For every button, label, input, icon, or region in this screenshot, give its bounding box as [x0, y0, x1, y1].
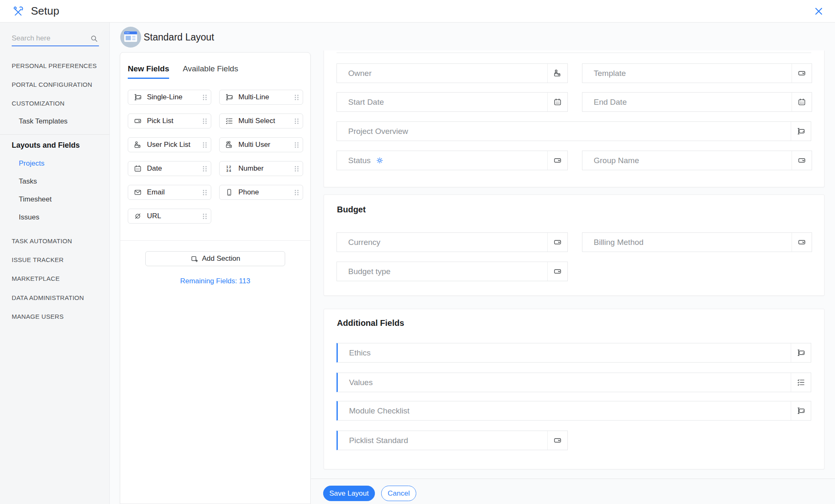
pick-list-icon	[797, 156, 806, 165]
form-field-ethics[interactable]: Ethics	[337, 343, 811, 363]
form-field-picklist-standard[interactable]: Picklist Standard	[337, 431, 568, 450]
sidebar-item-task-templates[interactable]: Task Templates	[19, 117, 68, 126]
search-placeholder: Search here	[12, 34, 51, 43]
pick-list-icon	[134, 117, 142, 125]
drag-handle-icon[interactable]	[295, 142, 299, 148]
drag-handle-icon[interactable]	[203, 214, 207, 219]
single-line-icon	[797, 348, 805, 357]
field-placeholder: Picklist Standard	[349, 436, 408, 445]
field-type-label: Single-Line	[147, 93, 203, 101]
field-type-cell	[547, 64, 567, 83]
field-type-user-pick-list[interactable]: User Pick List	[128, 137, 211, 152]
status-settings-gear-icon[interactable]	[376, 156, 384, 164]
url-icon	[134, 212, 142, 220]
search-icon[interactable]	[90, 35, 98, 43]
field-type-cell	[792, 64, 812, 83]
add-section-button[interactable]: Add Section	[145, 251, 285, 266]
form-field-group-name[interactable]: Group Name	[582, 151, 812, 170]
form-field-billing-method[interactable]: Billing Method	[582, 232, 812, 252]
sidebar-item-marketplace[interactable]: MARKETPLACE	[12, 274, 60, 283]
sidebar-item-issue-tracker[interactable]: ISSUE TRACKER	[12, 255, 64, 265]
field-type-pick-list[interactable]: Pick List	[128, 113, 211, 129]
field-type-phone[interactable]: Phone	[219, 185, 303, 200]
sidebar-item-issues[interactable]: Issues	[19, 213, 39, 222]
field-type-multi-line[interactable]: Multi-Line	[219, 90, 303, 105]
form-field-budget-type[interactable]: Budget type	[337, 262, 568, 281]
svg-text:3: 3	[226, 169, 228, 173]
cancel-button[interactable]: Cancel	[381, 486, 416, 501]
drag-handle-icon[interactable]	[295, 166, 299, 171]
sidebar-item-timesheet[interactable]: Timesheet	[19, 195, 52, 204]
sidebar-item-customization[interactable]: CUSTOMIZATION	[12, 99, 65, 108]
tab-new-fields[interactable]: New Fields	[128, 64, 169, 79]
sidebar-item-data-administration[interactable]: DATA ADMINISTRATION	[12, 293, 84, 302]
sidebar-item-personal-preferences[interactable]: PERSONAL PREFERENCES	[12, 61, 97, 71]
field-placeholder: Status	[348, 156, 371, 165]
field-type-cell	[791, 373, 811, 392]
field-type-email[interactable]: Email	[128, 185, 211, 200]
form-section-default: Owner Template Start Date End Date Proje…	[324, 50, 825, 187]
add-section-label: Add Section	[202, 255, 240, 263]
field-type-single-line[interactable]: Single-Line	[128, 90, 211, 105]
field-type-cell	[547, 431, 567, 450]
field-placeholder: Currency	[348, 238, 380, 247]
form-field-owner[interactable]: Owner	[337, 63, 568, 83]
search-input[interactable]: Search here	[12, 31, 99, 46]
field-placeholder: Owner	[348, 69, 372, 78]
drag-handle-icon[interactable]	[295, 95, 299, 100]
pick-list-icon	[553, 436, 562, 445]
sidebar-item-projects[interactable]: Projects	[19, 159, 44, 168]
drag-handle-icon[interactable]	[203, 190, 207, 195]
drag-handle-icon[interactable]	[203, 166, 207, 171]
field-placeholder: Module Checklist	[349, 406, 410, 416]
drag-handle-icon[interactable]	[295, 118, 299, 124]
form-field-start-date[interactable]: Start Date	[337, 92, 568, 112]
layout-window-icon	[120, 27, 141, 48]
pick-list-icon	[553, 238, 562, 247]
sidebar-item-tasks[interactable]: Tasks	[19, 177, 37, 186]
palette-tabs: New Fields Available Fields	[128, 64, 250, 79]
sidebar-item-manage-users[interactable]: MANAGE USERS	[12, 312, 63, 321]
date-icon	[134, 164, 142, 173]
form-field-template[interactable]: Template	[582, 63, 812, 83]
field-type-cell	[792, 233, 812, 252]
form-section-additional-fields: Additional Fields Ethics Values Module C…	[324, 309, 825, 469]
drag-handle-icon[interactable]	[295, 190, 299, 195]
field-type-number[interactable]: 1234 Number	[219, 161, 303, 176]
field-type-label: Pick List	[147, 117, 203, 125]
form-field-values[interactable]: Values	[337, 373, 811, 392]
remaining-fields-link[interactable]: Remaining Fields: 113	[120, 277, 310, 285]
field-type-cell	[547, 151, 567, 170]
drag-handle-icon[interactable]	[203, 142, 207, 148]
drag-handle-icon[interactable]	[203, 95, 207, 100]
palette-divider	[120, 240, 310, 241]
form-field-status[interactable]: Status	[337, 151, 568, 170]
date-icon	[797, 98, 806, 106]
field-type-url[interactable]: URL	[128, 209, 211, 224]
sidebar-divider	[0, 134, 109, 135]
field-type-label: Multi Select	[238, 117, 295, 125]
field-type-date[interactable]: Date	[128, 161, 211, 176]
multi-select-icon	[225, 117, 233, 125]
form-field-module-checklist[interactable]: Module Checklist	[337, 401, 811, 421]
field-type-cell	[792, 151, 812, 170]
field-type-label: URL	[147, 212, 203, 220]
sidebar-item-task-automation[interactable]: TASK AUTOMATION	[12, 237, 72, 246]
save-layout-button[interactable]: Save Layout	[323, 486, 375, 501]
multi-select-icon	[797, 378, 805, 387]
close-icon[interactable]	[813, 6, 824, 17]
drag-handle-icon[interactable]	[203, 118, 207, 124]
field-type-label: User Pick List	[147, 141, 203, 149]
tab-available-fields[interactable]: Available Fields	[183, 64, 238, 78]
pick-list-icon	[797, 238, 806, 247]
sidebar-item-layouts-and-fields[interactable]: Layouts and Fields	[12, 141, 80, 150]
form-field-currency[interactable]: Currency	[337, 232, 568, 252]
field-type-multi-user[interactable]: Multi User	[219, 137, 303, 152]
field-type-multi-select[interactable]: Multi Select	[219, 113, 303, 129]
form-field-end-date[interactable]: End Date	[582, 92, 812, 112]
field-type-cell	[547, 233, 567, 252]
app-title: Setup	[31, 5, 59, 18]
sidebar-item-portal-configuration[interactable]: PORTAL CONFIGURATION	[12, 80, 92, 89]
setup-sidebar: Search here PERSONAL PREFERENCES PORTAL …	[0, 22, 110, 504]
form-field-project-overview[interactable]: Project Overview	[337, 121, 811, 141]
